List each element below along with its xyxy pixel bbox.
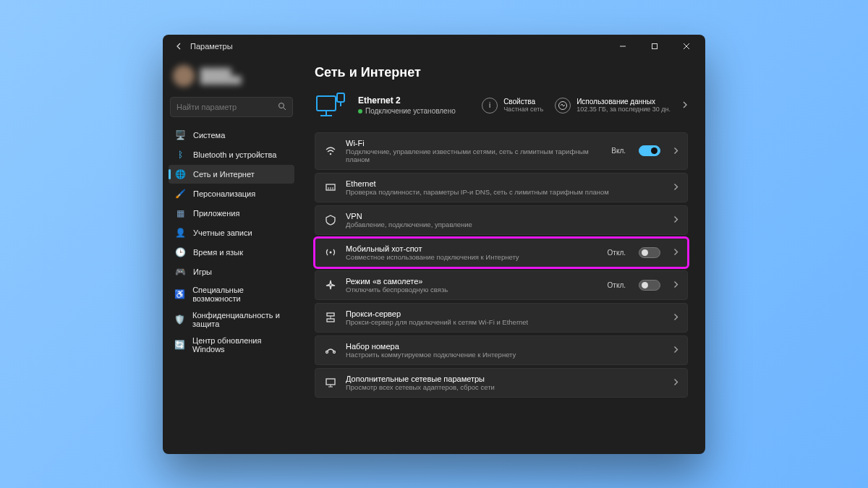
nav-list: 🖥️СистемаᛒBluetooth и устройства🌐Сеть и …	[169, 126, 294, 357]
avatar	[173, 65, 195, 87]
sidebar-item-label: Система	[193, 131, 225, 140]
sidebar-item-label: Специальные возможности	[192, 286, 289, 303]
wifi-icon	[324, 145, 337, 157]
connection-status: Подключение установлено	[358, 107, 456, 115]
search-box[interactable]	[170, 97, 293, 117]
properties-link[interactable]: i Свойства Частная сеть	[482, 98, 543, 114]
setting-card-proxy[interactable]: Прокси-серверПрокси-сервер для подключен…	[315, 303, 688, 333]
card-title: VPN	[346, 212, 665, 221]
sidebar-item-label: Учетные записи	[193, 228, 252, 237]
sidebar-item-label: Сеть и Интернет	[193, 170, 255, 179]
setting-card-advanced[interactable]: Дополнительные сетевые параметрыПросмотр…	[315, 368, 688, 398]
card-subtitle: Подключение, управление известными сетям…	[346, 147, 603, 163]
ethernet-hero-icon	[315, 89, 348, 122]
card-title: Режим «в самолете»	[346, 277, 599, 286]
svg-rect-4	[317, 96, 336, 111]
card-subtitle: Прокси-сервер для подключений к сетям Wi…	[346, 318, 665, 326]
data-usage-icon	[555, 98, 571, 114]
chevron-right-icon	[682, 99, 688, 112]
toggle-switch[interactable]	[639, 247, 660, 258]
svg-rect-17	[327, 319, 334, 322]
sidebar-item-9[interactable]: 🛡️Конфиденциальность и защита	[169, 307, 294, 332]
nav-icon: 🖌️	[174, 188, 186, 200]
chevron-right-icon	[673, 343, 678, 356]
minimize-button[interactable]	[607, 35, 639, 58]
advanced-icon	[324, 377, 337, 388]
nav-icon: 🔄	[174, 339, 185, 351]
window-controls	[607, 35, 702, 58]
sidebar-item-8[interactable]: ♿Специальные возможности	[169, 282, 294, 307]
svg-point-2	[279, 103, 284, 108]
airplane-icon	[324, 279, 337, 291]
chevron-right-icon	[673, 213, 678, 226]
sidebar-item-label: Время и язык	[193, 248, 243, 257]
setting-card-dialup[interactable]: Набор номераНастроить коммутируемое подк…	[315, 335, 688, 365]
chevron-right-icon	[673, 311, 678, 324]
close-button[interactable]	[671, 35, 702, 58]
card-state-label: Откл.	[608, 249, 626, 257]
card-title: Прокси-сервер	[346, 309, 665, 318]
toggle-switch[interactable]	[639, 280, 660, 291]
nav-icon: 🌐	[174, 168, 186, 180]
svg-point-15	[330, 252, 332, 254]
card-subtitle: Проверка подлинности, параметры IP-и DNS…	[346, 188, 665, 196]
card-state-label: Вкл.	[611, 147, 626, 155]
data-usage-link[interactable]: Использование данных 102.35 ГБ, за после…	[555, 98, 671, 114]
nav-icon: 🕒	[174, 247, 186, 258]
sidebar-item-label: Центр обновления Windows	[192, 336, 289, 354]
nav-icon: 👤	[174, 227, 186, 239]
chevron-right-icon	[673, 181, 678, 194]
maximize-button[interactable]	[639, 35, 671, 58]
svg-line-3	[284, 108, 286, 110]
sidebar-item-2[interactable]: 🌐Сеть и Интернет	[169, 165, 294, 184]
setting-card-wifi[interactable]: Wi-FiПодключение, управление известными …	[315, 132, 688, 170]
setting-card-vpn[interactable]: VPNДобавление, подключение, управление	[315, 205, 688, 235]
data-usage-title: Использование данных	[576, 98, 671, 106]
nav-icon: 🖥️	[174, 129, 186, 141]
ethernet-icon	[324, 181, 337, 193]
sidebar-item-label: Персонализация	[193, 189, 255, 198]
proxy-icon	[324, 312, 337, 323]
settings-list: Wi-FiПодключение, управление известными …	[315, 132, 688, 398]
back-button[interactable]	[171, 42, 187, 51]
chevron-right-icon	[673, 376, 678, 389]
window-title: Параметры	[187, 42, 607, 51]
toggle-switch[interactable]	[639, 145, 660, 156]
search-icon	[278, 102, 286, 112]
sidebar-item-label: Bluetooth и устройства	[193, 150, 276, 159]
setting-card-ethernet[interactable]: EthernetПроверка подлинности, параметры …	[315, 173, 688, 202]
dialup-icon	[324, 344, 337, 356]
search-input[interactable]	[176, 103, 278, 111]
sidebar-item-7[interactable]: 🎮Игры	[169, 262, 294, 281]
nav-icon: ♿	[174, 288, 185, 300]
card-title: Набор номера	[346, 342, 665, 351]
sidebar-item-6[interactable]: 🕒Время и язык	[169, 243, 294, 262]
sidebar-item-5[interactable]: 👤Учетные записи	[169, 223, 294, 242]
svg-rect-7	[337, 93, 344, 102]
sidebar-item-1[interactable]: ᛒBluetooth и устройства	[169, 145, 294, 164]
sidebar-item-label: Конфиденциальность и защита	[192, 311, 289, 328]
sidebar-item-0[interactable]: 🖥️Система	[169, 126, 294, 145]
card-title: Дополнительные сетевые параметры	[346, 374, 665, 383]
nav-icon: 🎮	[174, 266, 186, 278]
setting-card-airplane[interactable]: Режим «в самолете»Отключить беспроводную…	[315, 270, 688, 300]
connection-hero: Ethernet 2 Подключение установлено i Сво…	[315, 89, 688, 122]
titlebar: Параметры	[163, 35, 705, 58]
svg-rect-16	[327, 313, 334, 316]
sidebar: ██████████████ 🖥️СистемаᛒBluetooth и уст…	[163, 58, 300, 454]
card-subtitle: Отключить беспроводную связь	[346, 286, 599, 294]
card-subtitle: Совместное использование подключения к И…	[346, 253, 599, 261]
sidebar-item-4[interactable]: ▦Приложения	[169, 204, 294, 223]
chevron-right-icon	[673, 246, 678, 259]
settings-window: Параметры ██████████████ 🖥️СистемаᛒBluet…	[163, 35, 705, 454]
sidebar-item-3[interactable]: 🖌️Персонализация	[169, 184, 294, 203]
card-title: Ethernet	[346, 179, 665, 188]
nav-icon: ᛒ	[174, 149, 186, 160]
main-content: Сеть и Интернет Ethernet 2 Подключение у…	[300, 58, 705, 454]
setting-card-hotspot[interactable]: Мобильный хот-спотСовместное использован…	[315, 238, 688, 267]
user-profile[interactable]: ██████████████	[169, 62, 294, 90]
sidebar-item-label: Игры	[193, 267, 212, 276]
svg-rect-21	[326, 379, 335, 385]
hotspot-icon	[324, 247, 337, 258]
sidebar-item-10[interactable]: 🔄Центр обновления Windows	[169, 333, 294, 357]
